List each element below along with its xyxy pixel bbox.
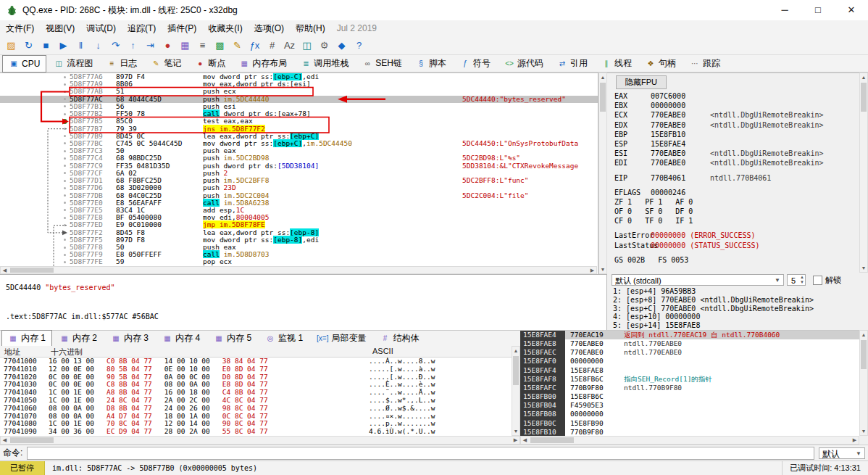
memory-row[interactable]: 7704109034 00 36 00EC D9 04 7728 00 2A 0… [0,428,512,436]
tab-references[interactable]: ⇄引用 [551,55,594,73]
scroll-down-arrow[interactable]: ▼ [512,427,519,435]
stack-row[interactable]: 15E8FB04F45905E3 [520,401,859,410]
scroll-thumb[interactable] [861,340,867,369]
memory-map-icon[interactable]: ▦ [177,38,193,53]
memory-hscrollbar[interactable]: ◀ ▶ [0,436,520,445]
command-default-select[interactable]: 默认 ▼ [819,447,865,459]
breakpoint-gutter[interactable] [0,73,70,80]
step-over-icon[interactable]: ↷ [107,38,124,53]
stack-hscrollbar[interactable]: ◀ ▶ [520,436,859,445]
register-row-eax[interactable]: EAX007C6000 [607,91,859,101]
unlock-checkbox[interactable] [813,276,822,285]
breakpoint-gutter[interactable] [0,207,70,214]
disasm-row[interactable]: 5D8F77D668 3D020000push 23D [0,184,598,191]
breakpoint-gutter[interactable] [0,110,70,117]
tab-mem5[interactable]: ▦内存 5 [207,330,258,347]
scroll-left-arrow[interactable]: ◀ [1,437,9,444]
scroll-thumb[interactable] [10,437,54,443]
breakpoint-gutter[interactable] [0,244,70,251]
menu-item-7[interactable]: 帮助(H) [290,21,331,36]
tab-log[interactable]: ≡日志 [100,55,143,73]
breakpoint-gutter[interactable] [0,154,70,162]
tab-mem1[interactable]: ▦内存 1 [1,330,52,347]
breakpoint-gutter[interactable] [0,251,70,258]
call-stack-icon[interactable]: ≡ [194,38,211,53]
argument-row-3[interactable]: 3: [esp+C] 770EABE0 <ntdll.DbgUiRemoteBr… [607,305,868,313]
breakpoint-gutter[interactable] [0,140,70,147]
scroll-track[interactable] [860,81,867,264]
disasm-hscrollbar[interactable]: ◀ ▶ [0,266,597,274]
calling-convention-select[interactable]: 默认 (stdcall) ▼ [612,274,784,286]
disasm-row[interactable]: 5D8F77B585C0test eax,eax [0,117,598,125]
stack-row[interactable]: 15E8FB0C15E8FB90 [520,419,859,428]
tab-seh[interactable]: ∞SEH链 [356,55,409,73]
breakpoint-gutter[interactable] [0,147,70,154]
register-row-ebp[interactable]: EBP15E8FB10 [607,130,859,139]
flags-row-2[interactable]: CF 0 TF 0 IF 1 [607,216,859,226]
register-row-ebx[interactable]: EBX00000000 [607,101,859,110]
column-header-ascii[interactable]: ASCII [372,347,393,355]
stack-row[interactable]: 15E8FB10770B9F80 [520,428,859,436]
disasm-row[interactable]: 5D8F77FE59pop ecx [0,258,598,265]
step-out-icon[interactable]: ↑ [125,38,141,53]
scroll-down-arrow[interactable]: ▼ [860,264,867,272]
breakpoint-gutter[interactable] [0,117,70,125]
register-row-edx[interactable]: EDX770EABE0<ntdll.DbgUiRemoteBreakin> [607,120,859,130]
argument-row-5[interactable]: 5: [esp+14] 15E8FAE8 [607,321,868,330]
registers-vscrollbar[interactable]: ▲ ▼ [859,73,868,273]
stack-vscrollbar[interactable]: ▲ ▼ [859,330,868,436]
tab-memory-map[interactable]: ▦内存布局 [233,55,293,73]
stack-row[interactable]: 15E8FB0800000000 [520,410,859,418]
scroll-right-arrow[interactable]: ▶ [588,267,596,273]
minimize-button[interactable]: ─ [768,0,801,20]
menu-item-0[interactable]: 文件(F) [0,21,40,36]
breakpoint-gutter[interactable] [0,229,70,236]
arg-count-spinner[interactable]: 5 ▲▼ [787,274,806,286]
tab-threads[interactable]: ∥线程 [595,55,638,73]
help-icon[interactable]: ? [351,38,367,53]
register-row-eip[interactable]: EIP770B4061ntdll.770B4061 [607,173,859,183]
run-to-user-code-icon[interactable]: ⇥ [142,38,159,53]
scroll-up-arrow[interactable]: ▲ [860,73,867,81]
maximize-button[interactable]: □ [801,0,835,20]
column-header-hex[interactable]: 十六进制 [51,347,83,358]
tab-handles[interactable]: ❖句柄 [639,55,683,73]
pause-icon[interactable]: ‖ [72,38,89,53]
scroll-up-arrow[interactable]: ▲ [860,331,867,339]
argument-row-2[interactable]: 2: [esp+8] 770EABE0 <ntdll.DbgUiRemoteBr… [607,296,868,305]
stack-row[interactable]: 15E8FAF000000000 [520,357,859,365]
scroll-thumb[interactable] [530,437,574,443]
scroll-up-arrow[interactable]: ▲ [599,73,606,81]
flags-row-0[interactable]: ZF 1 PF 1 AF 0 [607,197,859,207]
breakpoint-gutter[interactable] [0,103,70,110]
disasm-vscrollbar[interactable]: ▲ ▼ [598,73,607,274]
string-references-icon[interactable]: # [264,38,280,53]
menu-item-6[interactable]: 选项(O) [249,21,290,36]
run-icon[interactable]: ▶ [55,38,72,53]
breakpoint-gutter[interactable] [0,221,70,228]
restart-icon[interactable]: ↻ [20,38,37,53]
argument-row-4[interactable]: 4: [esp+10] 00000000 [607,313,868,321]
breakpoint-gutter[interactable] [0,170,70,177]
spinner-arrows-icon[interactable]: ▲▼ [800,275,804,285]
tab-mem3[interactable]: ▦内存 3 [104,330,155,347]
memory-vscrollbar[interactable]: ▲ ▼ [512,346,520,436]
stack-row[interactable]: 15E8FAFC770B9F80ntdll.770B9F80 [520,384,859,392]
step-into-icon[interactable]: ↓ [90,38,107,53]
tab-mem4[interactable]: ▦内存 4 [156,330,206,347]
stack-row[interactable]: 15E8FB0015E8FB6C [520,392,859,401]
scroll-track[interactable] [599,81,606,265]
breakpoint-gutter[interactable] [0,236,70,244]
memory-row[interactable]: 7704101012 00 0E 0080 5B 04 770E 00 10 0… [0,365,512,373]
stop-icon[interactable]: ■ [38,38,54,53]
breakpoint-gutter[interactable] [0,96,70,103]
tab-script[interactable]: §脚本 [409,55,453,73]
menu-item-4[interactable]: 插件(P) [162,21,202,36]
tab-locals[interactable]: [x=]局部变量 [310,330,372,347]
scroll-track[interactable] [512,355,519,427]
memory-row[interactable]: 7704106008 00 0A 00D8 8B 04 7724 00 26 0… [0,405,512,413]
breakpoint-gutter[interactable] [0,133,70,140]
scroll-track[interactable] [9,267,588,273]
register-row-esp[interactable]: ESP15E8FAE4 [607,139,859,149]
tab-notes[interactable]: ✎笔记 [144,55,188,73]
